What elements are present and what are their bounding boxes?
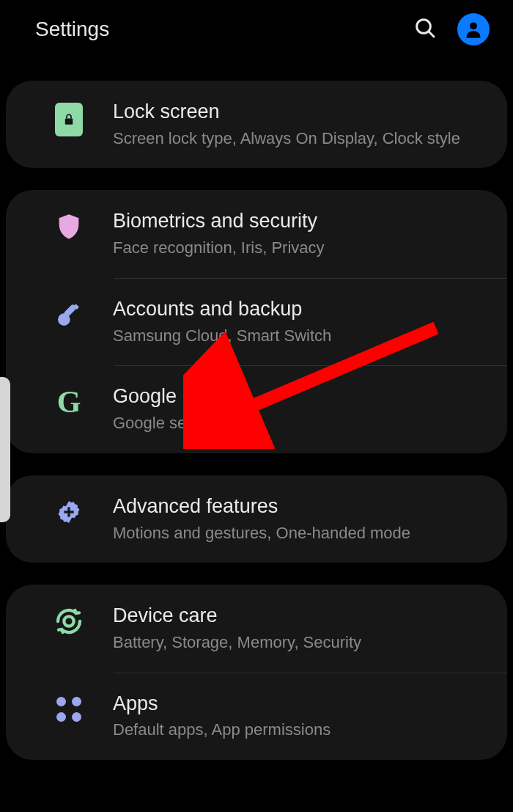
settings-group: Advanced features Motions and gestures, … — [6, 475, 507, 563]
setting-item-biometrics-security[interactable]: Biometrics and security Face recognition… — [6, 190, 507, 277]
item-subtitle: Google settings — [113, 412, 492, 434]
setting-item-device-care[interactable]: Device care Battery, Storage, Memory, Se… — [6, 585, 507, 672]
setting-item-lock-screen[interactable]: Lock screen Screen lock type, Always On … — [6, 81, 507, 168]
setting-item-advanced-features[interactable]: Advanced features Motions and gestures, … — [6, 475, 507, 563]
settings-header: Settings — [0, 0, 513, 59]
item-title: Lock screen — [113, 100, 492, 125]
svg-point-2 — [470, 22, 477, 29]
svg-point-9 — [64, 617, 73, 626]
settings-group: Lock screen Screen lock type, Always On … — [6, 81, 507, 168]
svg-rect-8 — [64, 511, 73, 513]
device-care-icon — [25, 604, 113, 636]
item-subtitle: Screen lock type, Always On Display, Clo… — [113, 128, 492, 150]
item-title: Apps — [113, 692, 492, 717]
item-subtitle: Samsung Cloud, Smart Switch — [113, 325, 492, 347]
item-title: Device care — [113, 604, 492, 629]
setting-item-apps[interactable]: Apps Default apps, App permissions — [6, 673, 507, 760]
lock-icon — [25, 100, 113, 136]
item-subtitle: Battery, Storage, Memory, Security — [113, 632, 492, 654]
svg-line-1 — [429, 32, 434, 37]
account-avatar-icon[interactable] — [457, 13, 490, 45]
settings-group: Device care Battery, Storage, Memory, Se… — [6, 585, 507, 760]
key-icon — [25, 297, 113, 329]
gear-plus-icon — [25, 494, 113, 527]
settings-group: Biometrics and security Face recognition… — [6, 190, 507, 453]
svg-rect-3 — [65, 119, 73, 125]
item-title: Google — [113, 384, 492, 409]
header-actions — [413, 13, 490, 45]
item-title: Accounts and backup — [113, 297, 492, 322]
item-title: Biometrics and security — [113, 209, 492, 234]
google-icon: G — [25, 384, 113, 417]
page-title: Settings — [35, 18, 413, 41]
item-subtitle: Default apps, App permissions — [113, 719, 492, 741]
setting-item-accounts-backup[interactable]: Accounts and backup Samsung Cloud, Smart… — [6, 278, 507, 365]
item-subtitle: Motions and gestures, One-handed mode — [113, 522, 492, 544]
item-subtitle: Face recognition, Iris, Privacy — [113, 237, 492, 259]
setting-item-google[interactable]: G Google Google settings — [6, 365, 507, 453]
search-icon[interactable] — [413, 16, 437, 43]
shield-icon — [25, 209, 113, 241]
apps-icon — [25, 692, 113, 724]
settings-list: Lock screen Screen lock type, Always On … — [0, 81, 513, 760]
item-title: Advanced features — [113, 494, 492, 519]
scroll-indicator[interactable] — [0, 377, 10, 522]
